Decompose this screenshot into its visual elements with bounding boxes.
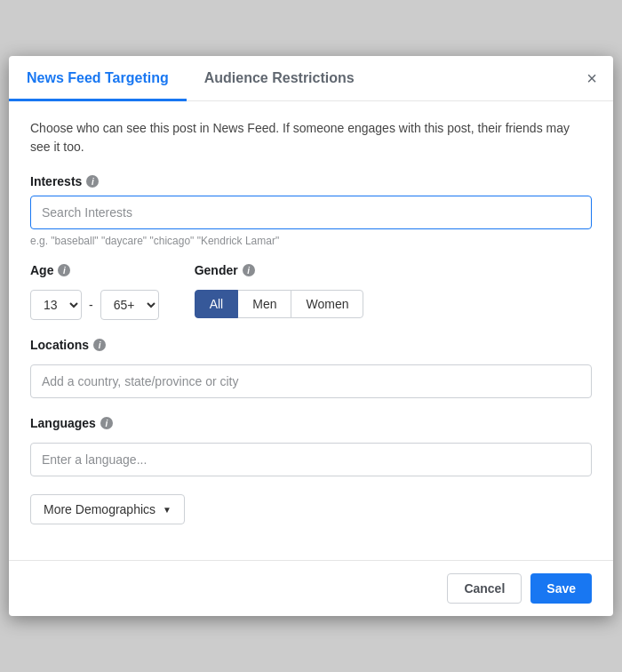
gender-women-button[interactable]: Women <box>291 290 363 318</box>
interests-hint: e.g. "baseball" "daycare" "chicago" "Ken… <box>30 235 592 247</box>
languages-label: Languages i <box>30 416 592 430</box>
locations-input[interactable] <box>30 364 592 398</box>
languages-info-icon[interactable]: i <box>100 417 113 429</box>
more-demographics-label: More Demographics <box>44 502 156 516</box>
languages-section: Languages i <box>30 416 592 476</box>
locations-label: Locations i <box>30 338 592 352</box>
interests-search-input[interactable] <box>30 196 592 229</box>
modal-header: News Feed Targeting Audience Restriction… <box>9 56 613 101</box>
gender-label: Gender i <box>195 263 364 277</box>
age-gender-row: Age i 13 14 15 18 21 25 - 65+ 18 <box>30 263 592 320</box>
tab-news-feed-targeting[interactable]: News Feed Targeting <box>9 56 187 101</box>
gender-all-button[interactable]: All <box>195 290 239 318</box>
interests-section: Interests i e.g. "baseball" "daycare" "c… <box>30 174 592 247</box>
age-dash: - <box>89 298 93 312</box>
cancel-button[interactable]: Cancel <box>447 573 522 604</box>
modal-body: Choose who can see this post in News Fee… <box>9 101 613 560</box>
gender-men-button[interactable]: Men <box>237 290 291 318</box>
age-label: Age i <box>30 263 159 277</box>
age-controls: 13 14 15 18 21 25 - 65+ 18 21 25 35 <box>30 290 159 320</box>
gender-section: Gender i All Men Women <box>195 263 364 318</box>
modal-footer: Cancel Save <box>9 560 613 616</box>
interests-label: Interests i <box>30 174 592 188</box>
gender-info-icon[interactable]: i <box>243 264 255 276</box>
interests-info-icon[interactable]: i <box>86 175 99 188</box>
close-button[interactable]: × <box>583 66 601 91</box>
save-button[interactable]: Save <box>530 573 592 604</box>
tab-audience-restrictions[interactable]: Audience Restrictions <box>187 56 372 101</box>
chevron-down-icon: ▼ <box>163 505 171 515</box>
age-info-icon[interactable]: i <box>58 264 70 276</box>
age-section: Age i 13 14 15 18 21 25 - 65+ 18 <box>30 263 159 320</box>
languages-input[interactable] <box>30 443 592 476</box>
locations-section: Locations i <box>30 338 592 398</box>
more-demographics-button[interactable]: More Demographics ▼ <box>30 494 185 524</box>
age-min-select[interactable]: 13 14 15 18 21 25 <box>30 290 82 320</box>
age-max-select[interactable]: 65+ 18 21 25 35 45 55 65 <box>100 290 159 320</box>
description-text: Choose who can see this post in News Fee… <box>30 119 592 156</box>
gender-buttons: All Men Women <box>195 290 364 318</box>
modal: News Feed Targeting Audience Restriction… <box>9 56 613 616</box>
locations-info-icon[interactable]: i <box>93 339 106 351</box>
